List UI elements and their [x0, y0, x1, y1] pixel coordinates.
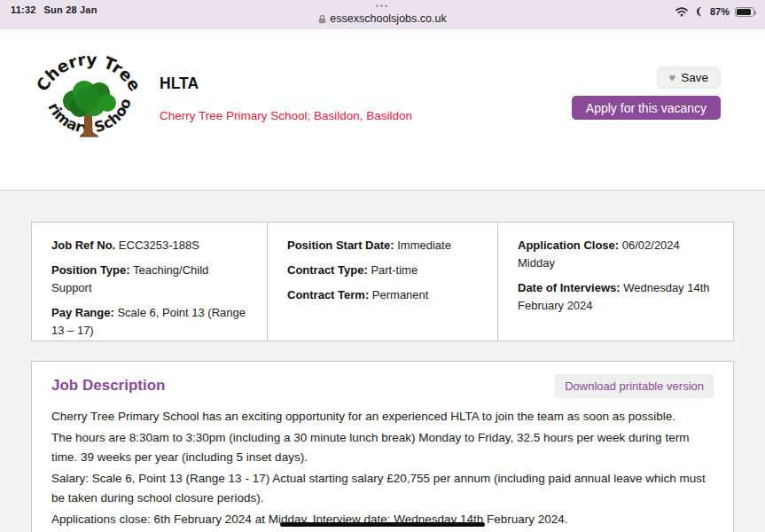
vacancy-header: Cherry Tree Primary School HLTA [0, 29, 765, 191]
contract-type-row: Contract Type: Part-time [287, 262, 478, 279]
pay-range-row: Pay Range: Scale 6, Point 13 (Range 13 –… [51, 304, 247, 340]
vacancy-heading-block: HLTA Cherry Tree Primary School; Basildo… [160, 74, 412, 122]
home-indicator[interactable] [280, 522, 485, 527]
job-paragraph: Salary: Scale 6, Point 13 (Range 13 - 17… [51, 469, 714, 508]
info-column-2: Position Start Date: Immediate Contract … [267, 223, 497, 340]
school-location-link[interactable]: Cherry Tree Primary School; Basildon, Ba… [160, 109, 412, 122]
job-description-title: Job Description [51, 374, 165, 397]
contract-term-row: Contract Term: Permanent [287, 286, 478, 304]
status-right: 87% [675, 6, 754, 17]
school-logo: Cherry Tree Primary School [31, 52, 146, 168]
moon-icon [694, 6, 705, 17]
job-description-section: Job Description Download printable versi… [31, 361, 734, 532]
info-column-3: Application Close: 06/02/2024 Midday Dat… [497, 223, 733, 340]
job-paragraph: Cherry Tree Primary School has an exciti… [51, 407, 714, 426]
status-center: ••• essexschoolsjobs.co.uk [0, 0, 765, 25]
info-column-1: Job Ref No. ECC3253-188S Position Type: … [32, 223, 267, 340]
apply-button[interactable]: Apply for this vacancy [572, 96, 721, 120]
wifi-icon [675, 6, 689, 17]
url-bar[interactable]: essexschoolsjobs.co.uk [318, 12, 446, 25]
battery-percent: 87% [710, 6, 730, 17]
page-menu-dots[interactable]: ••• [376, 3, 389, 10]
application-close-row: Application Close: 06/02/2024 Midday [518, 237, 714, 272]
download-printable-button[interactable]: Download printable version [555, 374, 714, 398]
save-button[interactable]: ♥ Save [657, 66, 722, 89]
position-type-row: Position Type: Teaching/Child Support [51, 262, 247, 297]
vacancy-info-table: Job Ref No. ECC3253-188S Position Type: … [31, 222, 734, 341]
interview-date-row: Date of Interviews: Wednesday 14th Febru… [518, 279, 714, 315]
start-date-row: Position Start Date: Immediate [287, 237, 478, 254]
vacancy-actions: ♥ Save Apply for this vacancy [572, 66, 721, 120]
status-bar: 11:32Sun 28 Jan ••• essexschoolsjobs.co.… [0, 0, 765, 29]
heart-icon: ♥ [669, 72, 676, 83]
screen: 11:32Sun 28 Jan ••• essexschoolsjobs.co.… [0, 0, 765, 532]
cherry-tree-logo-image: Cherry Tree Primary School [31, 52, 146, 168]
job-description-header: Job Description Download printable versi… [51, 374, 714, 398]
url-domain: essexschoolsjobs.co.uk [330, 12, 446, 25]
page-title: HLTA [160, 74, 412, 93]
battery-fill [737, 9, 751, 15]
job-ref-row: Job Ref No. ECC3253-188S [51, 237, 247, 254]
battery-icon [735, 7, 754, 17]
battery-nub [754, 11, 756, 15]
save-button-label: Save [681, 71, 708, 84]
job-paragraph: The hours are 8:30am to 3:30pm (includin… [51, 428, 714, 467]
lock-icon [318, 14, 326, 24]
